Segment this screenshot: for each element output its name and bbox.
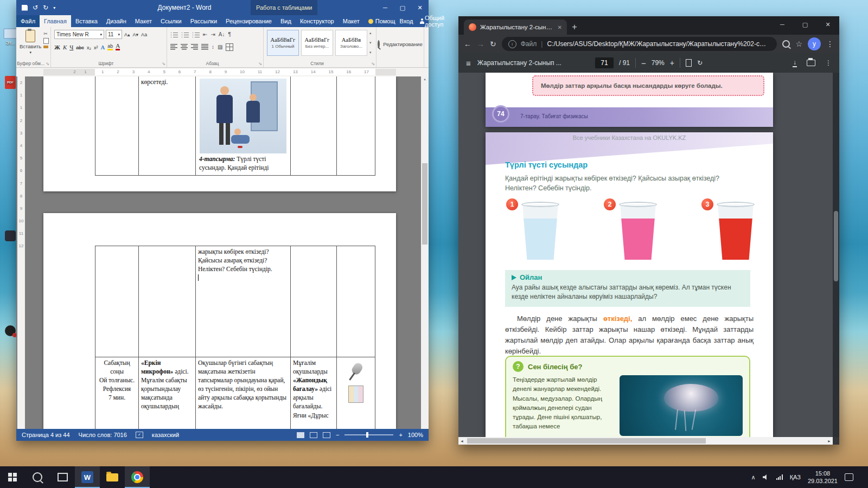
font-size-select[interactable]: 11 ▾ <box>106 30 122 39</box>
start-button[interactable] <box>0 466 25 488</box>
word-page-4[interactable]: жарықты көбірек өткізеді? Қайсысы азырақ… <box>43 213 396 429</box>
page-info-icon[interactable]: i <box>508 40 516 48</box>
styles-gallery-more-icon[interactable]: ▾ <box>369 50 372 55</box>
tab-mailings[interactable]: Рассылки <box>186 15 221 27</box>
tab-view[interactable]: Вид <box>276 15 296 27</box>
shrink-font-button[interactable]: А▾ <box>132 32 139 37</box>
table-cell[interactable] <box>138 246 195 357</box>
web-layout-icon[interactable] <box>323 432 330 438</box>
format-painter-icon[interactable] <box>43 46 48 48</box>
multilevel-list-icon[interactable] <box>192 31 200 37</box>
browser-tab[interactable]: Жаратылыстану 2-сынып кітап ✕ <box>464 20 567 35</box>
numbering-icon[interactable] <box>181 31 189 37</box>
task-view-button[interactable] <box>50 466 75 488</box>
outdent-icon[interactable]: ⇤ <box>203 31 207 37</box>
paragraph-marks-icon[interactable]: ¶ <box>228 31 231 37</box>
table-cell[interactable] <box>336 246 375 357</box>
redo-icon[interactable]: ↻ <box>43 4 48 11</box>
tray-chevron-icon[interactable]: ∧ <box>751 474 756 481</box>
tab-insert[interactable]: Вставка <box>71 15 102 27</box>
font-name-select[interactable]: Times New R ▾ <box>54 30 104 39</box>
styles-dialog-launcher[interactable]: ⇘ <box>371 61 375 66</box>
italic-button[interactable]: К <box>63 44 67 50</box>
save-icon[interactable] <box>22 5 28 11</box>
text-effects-button[interactable]: А <box>100 44 105 50</box>
qat-dropdown-icon[interactable]: ▾ <box>53 5 55 10</box>
notification-center-icon[interactable] <box>845 473 853 481</box>
pdf-download-icon[interactable]: ↓ <box>793 59 797 67</box>
styles-scroll-down-icon[interactable]: ▾ <box>369 41 372 45</box>
table-cell[interactable] <box>95 76 138 175</box>
align-center-icon[interactable] <box>181 44 188 50</box>
tab-home[interactable]: Главная <box>40 15 71 27</box>
bullets-icon[interactable] <box>170 31 178 37</box>
reload-icon[interactable]: ↻ <box>490 40 496 48</box>
font-color-button[interactable]: А <box>116 42 120 50</box>
chrome-close-button[interactable]: ✕ <box>816 16 839 33</box>
undo-icon[interactable]: ↺ <box>33 4 38 11</box>
bookmark-star-icon[interactable]: ☆ <box>795 40 802 48</box>
print-layout-icon[interactable] <box>310 432 317 438</box>
scroll-right-icon[interactable]: ► <box>827 439 831 443</box>
align-left-icon[interactable] <box>170 44 177 50</box>
search-icon[interactable] <box>782 40 790 48</box>
table-cell[interactable] <box>336 357 375 429</box>
volume-icon[interactable] <box>763 474 769 480</box>
zoom-slider-thumb[interactable] <box>366 432 368 438</box>
superscript-button[interactable]: х² <box>94 45 98 50</box>
tab-layout[interactable]: Макет <box>131 15 156 27</box>
sort-icon[interactable]: А↓ <box>219 31 225 37</box>
grow-font-button[interactable]: А▴ <box>124 32 131 37</box>
word-page-3[interactable]: көрсетеді. <box>43 76 396 191</box>
language-switcher[interactable]: ҚАЗ <box>790 474 801 480</box>
taskbar-explorer-button[interactable] <box>100 466 125 488</box>
network-icon[interactable] <box>776 474 783 480</box>
new-tab-button[interactable]: + <box>567 20 582 35</box>
pdf-fit-page-icon[interactable] <box>686 59 692 67</box>
table-cell[interactable] <box>336 76 375 175</box>
close-button[interactable]: ✕ <box>411 0 429 15</box>
minimize-button[interactable]: ─ <box>376 0 394 15</box>
chrome-minimize-button[interactable]: ─ <box>771 16 794 33</box>
tab-table-design[interactable]: Конструктор <box>296 15 339 27</box>
pdf-more-icon[interactable]: ⋮ <box>825 59 832 67</box>
paste-button[interactable]: Вставить ▾ <box>20 30 41 59</box>
table-cell[interactable]: Сабақтың соңы Ой толғаныс. Рефлексия 7 м… <box>95 357 138 429</box>
paste-dropdown-icon[interactable]: ▾ <box>29 50 31 55</box>
zoom-in-icon[interactable]: + <box>399 432 402 438</box>
word-titlebar[interactable]: ↺ ↻ ▾ Документ2 - Word Работа с таблицам… <box>16 0 429 15</box>
strikethrough-button[interactable]: abc <box>76 45 84 50</box>
chrome-menu-icon[interactable]: ⋮ <box>826 40 834 48</box>
copy-icon[interactable] <box>43 38 49 44</box>
maximize-button[interactable]: ▢ <box>394 0 411 15</box>
pdf-vertical-scrollbar-thumb[interactable] <box>834 211 838 281</box>
editing-group[interactable]: Редактирование <box>376 27 424 67</box>
style-normal[interactable]: АаБбВвГг 1 Обычный <box>267 30 299 56</box>
tab-design[interactable]: Дизайн <box>102 15 131 27</box>
tell-me-help[interactable]: Помощ <box>364 15 400 27</box>
pdf-page-input[interactable]: 71 <box>595 57 614 68</box>
tab-file[interactable]: Файл <box>16 15 40 27</box>
pdf-horizontal-scrollbar-thumb[interactable] <box>467 438 706 444</box>
table-cell[interactable]: Оқушылар бүгінгі сабақтың мақсатына жетк… <box>195 357 290 429</box>
align-right-icon[interactable] <box>191 44 198 50</box>
page-indicator[interactable]: Страница 4 из 44 <box>22 432 70 438</box>
read-mode-icon[interactable] <box>297 432 304 438</box>
sign-in-button[interactable]: Вход <box>400 18 413 24</box>
pdf-zoom-out-icon[interactable]: − <box>641 59 646 68</box>
word-scrollbar[interactable]: ▴ <box>421 76 429 429</box>
spellcheck-icon[interactable]: ✓ <box>136 432 143 438</box>
table-cell[interactable]: жарықты көбірек өткізеді? Қайсысы азырақ… <box>195 246 290 357</box>
language-indicator[interactable]: казахский <box>152 432 179 438</box>
subscript-button[interactable]: х₂ <box>87 45 91 50</box>
paragraph-dialog-launcher[interactable]: ⇘ <box>258 61 262 66</box>
table-cell[interactable] <box>290 246 336 357</box>
zoom-level[interactable]: 100% <box>408 432 423 438</box>
font-dialog-launcher[interactable]: ⇘ <box>162 61 165 66</box>
scroll-left-icon[interactable]: ◄ <box>460 439 464 443</box>
forward-icon[interactable]: → <box>477 40 484 48</box>
chrome-maximize-button[interactable]: ▢ <box>794 16 816 33</box>
bold-button[interactable]: Ж <box>54 44 60 50</box>
tab-table-layout[interactable]: Макет <box>339 15 364 27</box>
word-count[interactable]: Число слов: 7016 <box>79 432 127 438</box>
